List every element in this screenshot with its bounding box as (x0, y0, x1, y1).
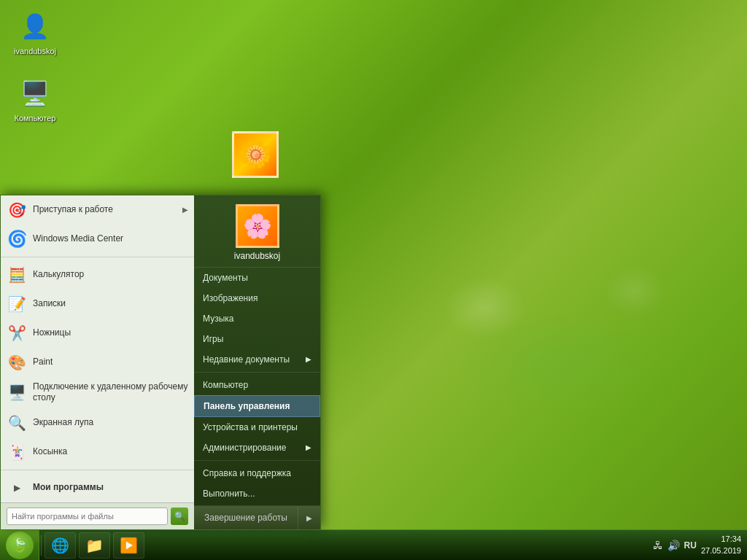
zapiski-icon: 📝 (7, 294, 27, 314)
start-menu-bottom: Завершение работы ▶ (194, 505, 320, 529)
search-input[interactable] (7, 508, 168, 525)
system-tray: 🖧 🔊 RU 17:34 27.05.2019 (647, 534, 747, 556)
right-menu-ustroistva[interactable]: Устройства и принтеры (194, 417, 320, 438)
kalkulator-icon: 🧮 (7, 265, 27, 285)
menu-item-kosynka[interactable]: 🃏 Косынка (1, 438, 194, 467)
nozhnitsy-icon: ✂️ (7, 323, 27, 343)
start-button[interactable]: 🍃 (0, 530, 39, 561)
tray-language[interactable]: RU (684, 540, 697, 551)
tray-date: 27.05.2019 (701, 545, 741, 556)
right-menu-igry[interactable]: Игры (194, 329, 320, 349)
tray-time: 17:34 (701, 534, 741, 545)
tray-clock[interactable]: 17:34 27.05.2019 (701, 534, 741, 556)
user-avatar-icon: 👤 (18, 9, 53, 44)
right-separator-2 (194, 460, 320, 461)
taskbar-divider-1 (41, 535, 42, 556)
taskbar-ie[interactable]: 🌐 (44, 532, 76, 559)
ekran-lupa-label: Экранная лупа (33, 417, 188, 429)
menu-item-nozhnitsy[interactable]: ✂️ Ножницы (1, 319, 194, 348)
menu-item-zapiski[interactable]: 📝 Записки (1, 289, 194, 319)
right-menu-administrirovanie[interactable]: Администрирование ▶ (194, 438, 320, 458)
menu-item-moi-programmy[interactable]: ▶ Мои программы (1, 473, 194, 502)
menu-item-paint[interactable]: 🎨 Paint (1, 348, 194, 377)
moi-programmy-arrow-icon: ▶ (7, 478, 27, 498)
start-menu-right-panel: 🌸 ivandubskoj Документы Изображения Музы… (194, 195, 320, 529)
menu-item-ekran-lupa[interactable]: 🔍 Экранная лупа (1, 408, 194, 438)
shutdown-arrow-icon: ▶ (306, 514, 312, 522)
computer-icon-img: 🖥️ (18, 76, 53, 111)
nedavnie-arrow-icon: ▶ (306, 355, 311, 363)
ekran-lupa-icon: 🔍 (7, 413, 27, 433)
podkluchenie-icon: 🖥️ (7, 382, 27, 402)
pristaupaya-arrow: ▶ (182, 206, 188, 214)
windows-media-icon: 🌀 (7, 229, 27, 249)
right-menu-muzika[interactable]: Музыка (194, 308, 320, 329)
right-menu-izobrazheniya[interactable]: Изображения (194, 288, 320, 308)
computer-icon-label: Компьютер (15, 114, 56, 123)
right-menu-vypolnit[interactable]: Выполнить... (194, 483, 320, 504)
search-button[interactable]: 🔍 (171, 508, 188, 525)
pristaupaya-label: Приступая к работе (33, 204, 177, 216)
menu-item-pristaupaya[interactable]: 🎯 Приступая к работе ▶ (1, 195, 194, 225)
desktop: 👤 ivandubskoj 🖥️ Компьютер 🌼 🎯 Приступая… (0, 0, 747, 560)
start-menu-left-panel: 🎯 Приступая к работе ▶ 🌀 Windows Media C… (1, 195, 194, 529)
menu-separator-2 (1, 470, 194, 470)
menu-item-podkluchenie[interactable]: 🖥️ Подключение к удаленному рабочему сто… (1, 377, 194, 408)
kalkulator-label: Калькулятор (33, 269, 188, 281)
start-orb: 🍃 (6, 532, 34, 559)
search-box: 🔍 (1, 502, 194, 529)
nozhnitsy-label: Ножницы (33, 327, 188, 339)
menu-item-windows-media[interactable]: 🌀 Windows Media Center (1, 225, 194, 254)
menu-item-kalkulator[interactable]: 🧮 Калькулятор (1, 260, 194, 289)
taskbar-media[interactable]: ▶️ (113, 532, 144, 559)
user-name: ivandubskoj (234, 251, 280, 261)
paint-icon: 🎨 (7, 352, 27, 373)
pristaupaya-icon: 🎯 (7, 200, 27, 220)
right-menu-spravka[interactable]: Справка и поддержка (194, 463, 320, 483)
flower-thumbnail: 🌼 (232, 131, 279, 178)
tray-volume-icon[interactable]: 🔊 (667, 540, 680, 551)
user-avatar: 🌸 (236, 204, 279, 248)
desktop-icon-computer[interactable]: 🖥️ Компьютер (6, 73, 64, 126)
right-separator-1 (194, 372, 320, 373)
admin-arrow-icon: ▶ (306, 443, 311, 451)
taskbar-explorer[interactable]: 📁 (79, 532, 110, 559)
start-menu: 🎯 Приступая к работе ▶ 🌀 Windows Media C… (0, 195, 321, 529)
kosynka-label: Косынка (33, 446, 188, 458)
desktop-icon-user[interactable]: 👤 ivandubskoj (6, 6, 64, 59)
tray-network-icon[interactable]: 🖧 (653, 540, 663, 551)
zapiski-label: Записки (33, 298, 188, 310)
right-menu-komputer[interactable]: Компьютер (194, 375, 320, 395)
moi-programmy-label: Мои программы (33, 482, 188, 494)
user-section: 🌸 ivandubskoj (194, 198, 320, 268)
paint-label: Paint (33, 357, 188, 368)
menu-separator-1 (1, 257, 194, 257)
shutdown-button[interactable]: Завершение работы (194, 506, 298, 529)
user-icon-label: ivandubskoj (14, 47, 56, 56)
right-menu-panel[interactable]: Панель управления (194, 395, 320, 417)
podkluchenie-label: Подключение к удаленному рабочему столу (33, 381, 188, 404)
right-menu-dokumenty[interactable]: Документы (194, 268, 320, 288)
kosynka-icon: 🃏 (7, 442, 27, 462)
taskbar: 🍃 🌐 📁 ▶️ 🖧 🔊 RU 17:34 27.05.2019 (0, 529, 747, 560)
right-menu-nedavnie[interactable]: Недавние документы ▶ (194, 349, 320, 370)
windows-media-label: Windows Media Center (33, 233, 188, 245)
shutdown-arrow-button[interactable]: ▶ (298, 506, 320, 529)
